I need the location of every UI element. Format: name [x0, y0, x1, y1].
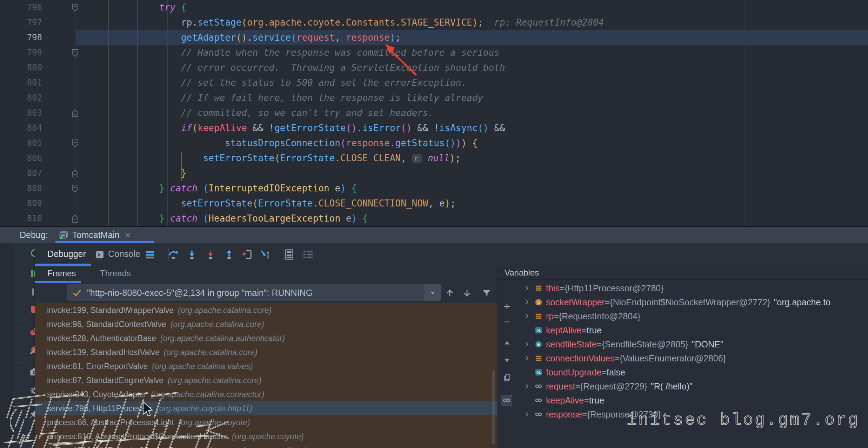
- code-token: {: [472, 138, 478, 148]
- frame-location: service:343, CoyoteAdapter: [47, 390, 147, 399]
- stack-frame-row[interactable]: invoke:139, StandardHostValve(org.apache…: [35, 345, 498, 359]
- variable-name: keptAlive: [546, 325, 581, 335]
- code-token: .: [390, 138, 395, 148]
- variable-row[interactable]: rp = {RequestInfo@2804}: [516, 309, 868, 323]
- code-token: ;: [395, 32, 401, 43]
- chevron-right-icon[interactable]: [521, 299, 533, 306]
- chevron-right-icon[interactable]: [523, 383, 530, 390]
- code-editor[interactable]: 7967977987998008018028038048058068078088…: [0, 0, 868, 226]
- code-token: // error occurred. Throwing a ServletExc…: [181, 62, 505, 73]
- drop-frame-icon[interactable]: [241, 249, 253, 260]
- stack-frame-row[interactable]: service:798, Http11Processor(org.apache.…: [35, 401, 498, 415]
- code-token: (: [192, 123, 198, 133]
- force-step-into-icon[interactable]: [205, 249, 216, 260]
- field-type-icon: [533, 354, 545, 362]
- add-icon[interactable]: [503, 302, 511, 311]
- chevron-right-icon[interactable]: [521, 355, 533, 362]
- stack-frame-row[interactable]: process:66, AbstractProcessorLight(org.a…: [35, 415, 498, 429]
- line-number: 796: [0, 0, 42, 15]
- chevron-right-icon[interactable]: [523, 355, 530, 362]
- code-token: isAsync: [439, 123, 478, 133]
- trace-icon[interactable]: [302, 249, 314, 260]
- variable-row[interactable]: request = {Request@2729}"R( /hello)": [516, 379, 868, 393]
- stack-frame-row[interactable]: invoke:81, ErrorReportValve(org.apache.c…: [35, 359, 498, 373]
- debugger-side-toolbar: [12, 243, 35, 448]
- tab-frames[interactable]: Frames: [47, 266, 76, 281]
- frame-package: (org.apache.catalina.core): [178, 306, 272, 315]
- code-token: ): [390, 32, 395, 43]
- equals-sign: =: [605, 297, 610, 307]
- frame-package: (org.apache.catalina.connector): [151, 390, 264, 399]
- code-token: }: [159, 183, 165, 194]
- remove-icon[interactable]: [503, 318, 511, 326]
- stack-frame-row[interactable]: invoke:528, AuthenticatorBase(org.apache…: [35, 331, 498, 345]
- stack-frame-row[interactable]: process:810, AbstractProtocol$Connection…: [35, 429, 498, 443]
- frames-threads-tabs: Frames Threads: [35, 266, 498, 283]
- variable-row[interactable]: EsendfileState = {SendfileState@2805}"DO…: [516, 337, 868, 351]
- step-out-icon[interactable]: [223, 249, 235, 260]
- step-into-icon[interactable]: [186, 249, 198, 260]
- variable-row[interactable]: connectionValues = {ValuesEnumerator@280…: [516, 351, 868, 365]
- code-token: [71, 168, 181, 178]
- variable-row[interactable]: psocketWrapper = {NioEndpoint$NioSocketW…: [516, 295, 868, 309]
- variable-row[interactable]: 01foundUpgrade = false: [516, 365, 868, 379]
- code-token: [71, 17, 181, 28]
- stack-frame-row[interactable]: invoke:199, StandardWrapperValve(org.apa…: [35, 303, 498, 317]
- variable-value: true: [587, 325, 602, 335]
- layout-icon[interactable]: [145, 249, 156, 260]
- code-token: ErrorState: [258, 198, 313, 209]
- chevron-right-icon[interactable]: [521, 285, 533, 292]
- next-icon[interactable]: [503, 356, 511, 365]
- chevron-right-icon[interactable]: [521, 313, 533, 320]
- code-token: [71, 62, 181, 73]
- chevron-right-icon[interactable]: [521, 383, 533, 390]
- variable-row[interactable]: keepAlive = true: [516, 393, 868, 407]
- run-to-cursor-icon[interactable]: [260, 249, 271, 260]
- chevron-right-icon[interactable]: [523, 341, 530, 348]
- toolwindow-bar: 7: Structure avorites: [0, 243, 12, 448]
- filter-icon[interactable]: [482, 288, 492, 298]
- duplicate-icon[interactable]: [503, 374, 511, 382]
- code-token: ): [340, 183, 346, 194]
- code-token: try: [159, 2, 175, 13]
- nav-down-icon[interactable]: [462, 288, 472, 298]
- svg-text:01: 01: [536, 328, 541, 332]
- variable-row[interactable]: 01keptAlive = true: [516, 323, 868, 337]
- stack-frame-row[interactable]: invoke:87, StandardEngineValve(org.apach…: [35, 373, 498, 387]
- stack-frame-row[interactable]: service:343, CoyoteAdapter(org.apache.ca…: [35, 387, 498, 401]
- code-token: [483, 17, 494, 28]
- code-token: [71, 153, 203, 163]
- show-watches-icon[interactable]: [501, 395, 512, 406]
- tab-threads[interactable]: Threads: [100, 266, 131, 281]
- frame-package: (org.apache.coyote.http11): [156, 404, 252, 413]
- tab-console[interactable]: Console: [108, 243, 140, 266]
- prev-icon[interactable]: [503, 339, 511, 347]
- chevron-right-icon[interactable]: [523, 313, 530, 320]
- stack-frame-row[interactable]: doRun:1500, NioEndpoint$SocketProcessor(…: [35, 443, 498, 448]
- watermark: initsec blog.gm7.org: [627, 411, 860, 429]
- scrollbar-thumb[interactable]: [492, 370, 495, 444]
- variable-name: socketWrapper: [546, 297, 605, 307]
- variable-value: "R( /hello)": [651, 381, 693, 392]
- code-token: [198, 213, 203, 224]
- chevron-right-icon[interactable]: [523, 299, 530, 306]
- chevron-right-icon[interactable]: [523, 285, 530, 292]
- tab-debugger[interactable]: Debugger: [47, 243, 86, 266]
- variable-row[interactable]: this = {Http11Processor@2780}: [516, 281, 868, 295]
- close-icon[interactable]: [124, 231, 132, 239]
- thread-selector[interactable]: "http-nio-8080-exec-5"@2,134 in group "m…: [67, 284, 441, 301]
- frame-package: (org.apache.catalina.authenticator): [160, 334, 285, 343]
- chevron-right-icon[interactable]: [523, 411, 530, 418]
- dropdown-button[interactable]: [424, 284, 441, 301]
- step-over-icon[interactable]: [168, 249, 179, 260]
- variable-value: "DONE": [692, 339, 723, 349]
- chevron-right-icon[interactable]: [521, 341, 533, 348]
- code-token: [71, 138, 225, 148]
- stack-frame-row[interactable]: invoke:96, StandardContextValve(org.apac…: [35, 317, 498, 331]
- primitive-icon: 01: [535, 326, 542, 334]
- code-token: [198, 183, 203, 194]
- evaluate-expression-icon[interactable]: [283, 249, 295, 260]
- nav-up-icon[interactable]: [445, 288, 455, 298]
- chevron-right-icon[interactable]: [521, 411, 533, 418]
- equals-sign: =: [582, 409, 587, 420]
